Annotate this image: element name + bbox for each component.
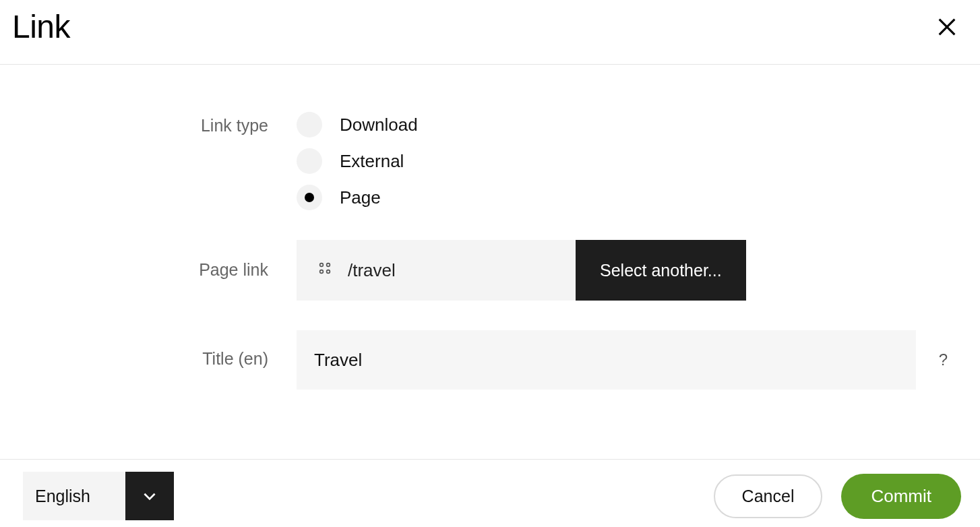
title-row: Title (en) ? [32, 330, 948, 390]
svg-point-2 [320, 270, 324, 273]
page-link-box: /travel Select another... [297, 240, 746, 301]
radio-page[interactable]: Page [297, 185, 418, 210]
dialog-body: Link type Download External Page [0, 65, 980, 459]
page-link-path-display: /travel [297, 240, 576, 301]
radio-label: External [340, 151, 404, 172]
language-current: English [23, 472, 125, 520]
link-dialog: Link Link type Download External [0, 0, 980, 527]
svg-point-1 [327, 263, 330, 266]
page-link-row: Page link /travel Select another... [32, 240, 948, 301]
title-label: Title (en) [32, 330, 297, 369]
page-link-label: Page link [32, 240, 297, 280]
dialog-header: Link [0, 0, 980, 65]
radio-button [297, 148, 322, 174]
link-type-label: Link type [32, 112, 297, 135]
link-type-field: Download External Page [297, 112, 948, 210]
radio-download[interactable]: Download [297, 112, 418, 137]
radio-button [297, 112, 322, 137]
radio-external[interactable]: External [297, 148, 418, 174]
page-link-field: /travel Select another... [297, 240, 948, 301]
link-type-row: Link type Download External Page [32, 112, 948, 210]
dialog-title: Link [12, 8, 70, 45]
radio-label: Page [340, 187, 381, 208]
footer-actions: Cancel Commit [714, 474, 961, 519]
language-dropdown-button[interactable] [125, 472, 174, 520]
help-icon[interactable]: ? [939, 350, 948, 369]
cancel-button[interactable]: Cancel [714, 474, 823, 518]
title-field: ? [297, 330, 948, 390]
language-selector: English [23, 472, 174, 520]
radio-button [297, 185, 322, 210]
page-dots-icon [317, 260, 333, 281]
close-button[interactable] [930, 10, 964, 44]
select-another-button[interactable]: Select another... [576, 240, 746, 301]
radio-label: Download [340, 115, 418, 135]
svg-point-0 [320, 263, 324, 266]
commit-button[interactable]: Commit [841, 474, 961, 519]
link-type-radio-group: Download External Page [297, 112, 418, 210]
radio-dot-icon [305, 193, 314, 202]
title-input-wrap: ? [297, 330, 948, 390]
chevron-down-icon [141, 487, 158, 505]
dialog-footer: English Cancel Commit [0, 459, 980, 527]
close-icon [936, 16, 958, 38]
title-input[interactable] [297, 330, 916, 390]
svg-point-3 [327, 270, 330, 273]
page-link-path-text: /travel [348, 260, 396, 281]
